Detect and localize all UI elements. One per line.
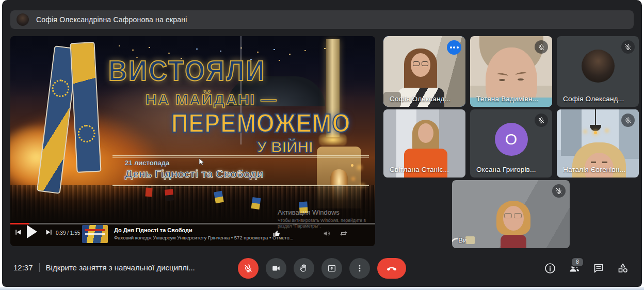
ukraine-flag xyxy=(251,197,261,210)
bar-left: 12:37 Відкрите заняття з навчальної дисц… xyxy=(13,263,195,272)
loop-icon[interactable] xyxy=(340,230,348,237)
mic-muted-indicator xyxy=(552,184,566,198)
play-icon[interactable] xyxy=(27,225,37,238)
chat-button[interactable] xyxy=(592,262,605,275)
self-view-tile[interactable]: Ви xyxy=(452,180,570,248)
participant-grid: Софія Олександ... Тетяна Вадимівн... xyxy=(383,36,638,251)
participant-avatar xyxy=(582,50,615,83)
participant-tile-tetiana[interactable]: Тетяна Вадимівн... xyxy=(470,36,552,107)
slide-date: 21 листопада xyxy=(125,159,169,166)
slide-title-line3: ПЕРЕМОЖЕМО xyxy=(171,110,350,136)
slide-lit-windows xyxy=(119,45,120,46)
video-elapsed-time: 0:39 / 1:55 xyxy=(56,230,80,236)
slide-title-line1: ВИСТОЯЛИ xyxy=(108,56,266,85)
red-black-flag xyxy=(165,189,174,201)
participant-tile-oksana[interactable]: О Оксана Григорів... xyxy=(470,109,552,178)
activities-button[interactable] xyxy=(617,262,629,275)
participant-tile-natalia[interactable]: Наталія Євгенівн... xyxy=(557,109,639,178)
meet-app: Софія Олександрівна Сафронова на екрані xyxy=(0,0,644,290)
participant-name: Світлана Станіс... xyxy=(390,166,449,173)
red-flag xyxy=(145,188,152,197)
participant-name: Софія Олександ... xyxy=(563,95,624,103)
slide-title-line2: НА МАЙДАНІ — xyxy=(146,92,277,107)
participant-name: Софія Олександ... xyxy=(390,95,450,103)
bar-right: 8 xyxy=(544,262,629,275)
page-bottom-edge xyxy=(0,287,644,290)
slide-street-lamps xyxy=(351,164,353,167)
tile-more-options-button[interactable] xyxy=(447,40,461,55)
leave-call-button[interactable] xyxy=(377,258,406,279)
divider xyxy=(39,263,40,272)
raise-hand-button[interactable] xyxy=(294,258,314,279)
thumb-up-icon[interactable] xyxy=(272,229,281,237)
participant-name: Тетяна Вадимівн... xyxy=(476,95,538,103)
eu-stars-ring xyxy=(51,78,70,98)
video-thumbnail xyxy=(82,225,108,243)
mic-muted-indicator xyxy=(621,114,635,127)
participant-name: Наталія Євгенівн... xyxy=(563,166,626,173)
video-meta: Фаховий коледж Універсум Університету Гр… xyxy=(114,235,294,240)
shared-screen-tile[interactable]: ВИСТОЯЛИ НА МАЙДАНІ — ПЕРЕМОЖЕМО У ВІЙНІ… xyxy=(10,36,375,246)
presenter-avatar xyxy=(17,13,29,26)
mic-mute-button[interactable] xyxy=(238,258,259,279)
mic-muted-indicator xyxy=(535,40,548,54)
slide-title-line4: У ВІЙНІ xyxy=(257,139,313,155)
slide-separator-bottom xyxy=(112,185,369,187)
eu-stars-ring xyxy=(77,124,96,143)
previous-track-icon[interactable] xyxy=(14,229,22,236)
mic-muted-indicator xyxy=(621,40,635,54)
meeting-title: Відкрите заняття з навчальної дисциплі..… xyxy=(46,263,195,272)
meeting-details-button[interactable] xyxy=(544,262,556,275)
video-seekbar[interactable] xyxy=(10,223,375,224)
participant-tile-sofia-o[interactable]: Софія Олександ... xyxy=(383,36,465,107)
participants-count-badge: 8 xyxy=(571,257,584,267)
screenshare-banner: Софія Олександрівна Сафронова на екрані xyxy=(10,10,634,29)
meet-window: Софія Олександрівна Сафронова на екрані xyxy=(2,0,642,287)
participants-button[interactable]: 8 xyxy=(568,262,581,275)
camera-button[interactable] xyxy=(266,258,286,279)
slide-holiday-name: День Гідності та Свободи xyxy=(125,168,263,179)
more-options-button[interactable] xyxy=(349,258,370,279)
eu-ukraine-scarf xyxy=(43,42,108,197)
screenshare-banner-text: Софія Олександрівна Сафронова на екрані xyxy=(36,15,187,24)
call-controls xyxy=(238,258,406,279)
participant-name: Ви xyxy=(458,236,467,244)
participant-avatar: О xyxy=(495,123,528,156)
participant-tile-svitlana[interactable]: Світлана Станіс... xyxy=(383,109,465,178)
slide-separator-top xyxy=(112,155,369,158)
video-title: До Дня Гідності та Свободи xyxy=(114,227,192,233)
windows-activation-watermark: Активация Windows xyxy=(278,208,340,216)
clock: 12:37 xyxy=(13,263,33,272)
video-seekbar-played xyxy=(10,223,29,224)
mouse-cursor xyxy=(198,158,205,165)
participant-tile-sofia-o-2[interactable]: Софія Олександ... xyxy=(557,36,639,107)
scarf-strip-right xyxy=(70,42,101,173)
present-screen-button[interactable] xyxy=(321,258,342,279)
next-track-icon[interactable] xyxy=(45,229,53,236)
volume-icon[interactable] xyxy=(323,230,331,237)
mic-muted-indicator xyxy=(535,114,548,127)
participant-name: Оксана Григорів... xyxy=(476,166,536,173)
